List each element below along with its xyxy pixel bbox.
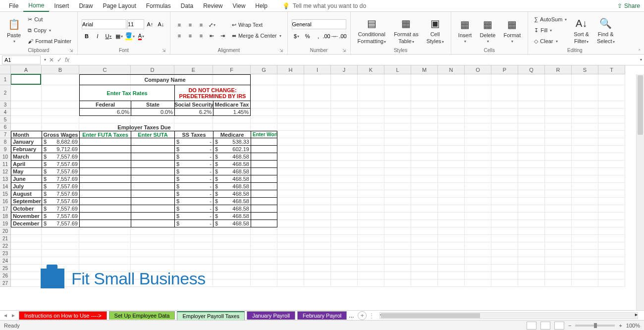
row-header-22[interactable]: 22 <box>0 242 11 250</box>
col-header-G[interactable]: G <box>251 65 277 74</box>
enter-icon[interactable]: ✓ <box>57 56 62 63</box>
col-header-Q[interactable]: Q <box>518 65 545 74</box>
col-header-R[interactable]: R <box>545 65 572 74</box>
cell[interactable]: Month <box>11 131 42 138</box>
horizontal-scrollbar[interactable]: ◄ ► <box>379 312 638 319</box>
cell[interactable]: 6.2% <box>174 109 213 116</box>
tab-view[interactable]: View <box>228 0 251 11</box>
cell[interactable]: $468.58 <box>213 168 251 175</box>
cell[interactable] <box>251 161 277 168</box>
cell[interactable] <box>79 205 131 213</box>
page-layout-view-button[interactable] <box>540 322 550 330</box>
cell[interactable]: Medicare Tax <box>213 101 251 109</box>
col-header-K[interactable]: K <box>358 65 384 74</box>
cell[interactable]: $- <box>174 220 213 227</box>
increase-font-button[interactable]: A↑ <box>145 19 155 29</box>
conditional-formatting-button[interactable]: ▤ConditionalFormatting▾ <box>355 14 389 47</box>
col-header-T[interactable]: T <box>598 65 625 74</box>
row-header-17[interactable]: 17 <box>0 205 11 213</box>
cell[interactable] <box>251 220 277 227</box>
align-center-button[interactable]: ≡ <box>185 31 195 41</box>
align-middle-button[interactable]: ≡ <box>185 20 195 30</box>
row-header-14[interactable]: 14 <box>0 183 11 190</box>
cell[interactable]: $538.33 <box>213 138 251 146</box>
cell[interactable] <box>79 198 131 205</box>
cell[interactable] <box>131 213 174 220</box>
cell[interactable]: DO NOT CHANGE:PREDETERMINED BY IRS <box>174 85 251 101</box>
cell[interactable] <box>251 146 277 153</box>
row-header-21[interactable]: 21 <box>0 235 11 242</box>
row-header-6[interactable]: 6 <box>0 123 11 131</box>
col-header-B[interactable]: B <box>42 65 79 74</box>
col-header-N[interactable]: N <box>438 65 465 74</box>
cell[interactable]: $- <box>174 190 213 198</box>
col-header-M[interactable]: M <box>411 65 438 74</box>
cell[interactable]: December <box>11 220 42 227</box>
row-header-3[interactable]: 3 <box>0 101 11 109</box>
tab-pagelayout[interactable]: Page Layout <box>98 0 141 11</box>
sheet-nav-prev[interactable]: ◄ <box>3 313 9 318</box>
orientation-button[interactable]: ⤢▾ <box>207 20 217 30</box>
delete-cells-button[interactable]: ▦Delete▾ <box>477 14 499 47</box>
row-header-27[interactable]: 27 <box>0 279 11 287</box>
format-cells-button[interactable]: ▦Format▾ <box>500 14 524 47</box>
cell[interactable]: January <box>11 138 42 146</box>
cell[interactable]: October <box>11 205 42 213</box>
tab-data[interactable]: Data <box>176 0 198 11</box>
formula-input[interactable] <box>72 55 637 64</box>
cell[interactable]: $- <box>174 213 213 220</box>
col-header-J[interactable]: J <box>331 65 358 74</box>
cell[interactable]: State <box>131 101 174 109</box>
page-break-view-button[interactable] <box>554 322 564 330</box>
cell[interactable]: $- <box>174 138 213 146</box>
cell[interactable]: $7,557.69 <box>42 168 79 175</box>
cell[interactable]: September <box>11 198 42 205</box>
sheet-tab-employee-data[interactable]: Set Up Employee Data <box>109 311 175 320</box>
spreadsheet-grid[interactable]: 1234567891011121314151617181920212223242… <box>0 65 644 310</box>
share-button[interactable]: ⇪ Share <box>617 2 640 9</box>
sheet-tab-january[interactable]: January Payroll <box>247 311 295 320</box>
zoom-level[interactable]: 100% <box>626 323 640 329</box>
zoom-slider[interactable] <box>575 325 615 327</box>
col-header-I[interactable]: I <box>304 65 331 74</box>
cell[interactable] <box>131 175 174 183</box>
cell[interactable]: 1.45% <box>213 109 251 116</box>
namebox-dropdown[interactable]: ▾ <box>44 57 46 62</box>
cell[interactable]: $- <box>174 146 213 153</box>
font-color-button[interactable]: A▾ <box>136 31 146 41</box>
fx-icon[interactable]: fx <box>65 56 69 63</box>
align-bottom-button[interactable]: ≡ <box>196 20 206 30</box>
cell[interactable]: Employer Taxes Due <box>11 123 277 131</box>
cell[interactable] <box>79 138 131 146</box>
find-select-button[interactable]: 🔍Find &Select▾ <box>594 14 618 47</box>
cell[interactable]: $7,557.69 <box>42 220 79 227</box>
align-right-button[interactable]: ≡ <box>196 31 206 41</box>
tab-home[interactable]: Home <box>23 0 49 12</box>
cell[interactable]: $- <box>174 153 213 161</box>
cell[interactable]: Enter SUTA <box>131 131 174 138</box>
tab-draw[interactable]: Draw <box>74 0 98 11</box>
cell[interactable] <box>79 213 131 220</box>
decrease-font-button[interactable]: A↓ <box>156 19 166 29</box>
cell[interactable]: Medicare <box>213 131 251 138</box>
cell[interactable] <box>251 198 277 205</box>
cell[interactable]: Enter Workers' <box>251 131 277 138</box>
row-header-20[interactable]: 20 <box>0 227 11 235</box>
inc-decimal-button[interactable]: .00→ <box>324 31 334 41</box>
cell[interactable]: $- <box>174 205 213 213</box>
tab-insert[interactable]: Insert <box>49 0 74 11</box>
cell[interactable]: $7,557.69 <box>42 175 79 183</box>
cell[interactable]: May <box>11 168 42 175</box>
accounting-button[interactable]: $▾ <box>292 31 302 41</box>
col-header-L[interactable]: L <box>384 65 411 74</box>
sheet-tab-february[interactable]: February Payrol <box>297 311 347 320</box>
borders-button[interactable]: ▦▾ <box>114 31 124 41</box>
cell[interactable] <box>251 190 277 198</box>
cell[interactable]: $7,557.69 <box>42 205 79 213</box>
new-sheet-button[interactable]: + <box>358 311 367 320</box>
cell[interactable] <box>131 168 174 175</box>
collapse-ribbon-button[interactable]: ˄ <box>638 49 641 55</box>
cell[interactable]: July <box>11 183 42 190</box>
cell[interactable] <box>79 175 131 183</box>
cell[interactable]: Enter Tax Rates <box>79 85 174 101</box>
